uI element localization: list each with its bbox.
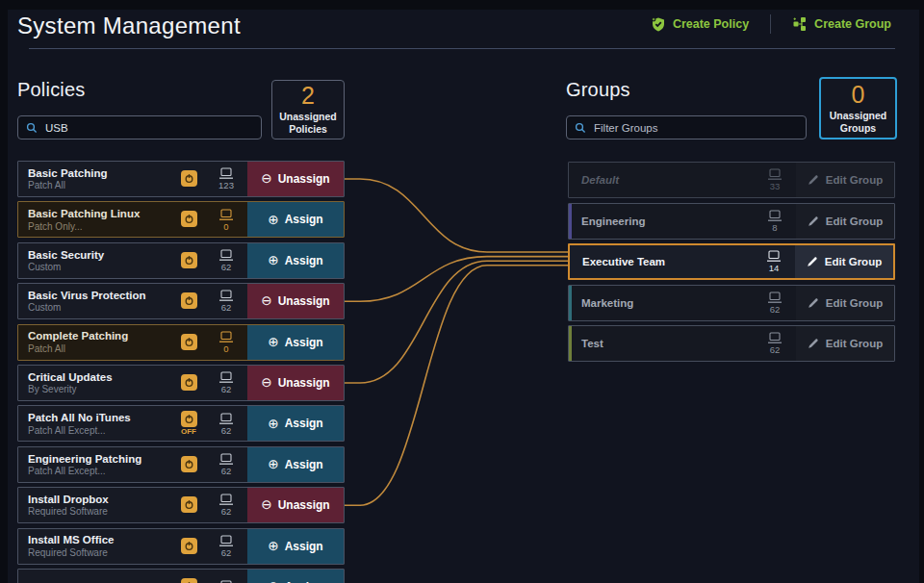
edit-group-label: Edit Group — [826, 297, 883, 309]
group-filter-input[interactable] — [592, 121, 798, 135]
group-color-stripe — [569, 204, 572, 239]
edit-group-button[interactable]: Edit Group — [796, 163, 894, 197]
group-device-count: 62 — [754, 286, 796, 320]
power-icon — [181, 170, 197, 187]
policy-device-count: 62 — [205, 488, 247, 522]
group-row[interactable]: Executive Team 14 Edit Group — [568, 243, 895, 280]
edit-group-label: Edit Group — [825, 256, 882, 267]
group-row[interactable]: Default 33 Edit Group — [568, 162, 895, 198]
group-row[interactable]: Marketing 62 Edit Group — [568, 285, 895, 321]
search-icon — [26, 122, 38, 134]
policy-info: Install Dropbox Required Software — [18, 488, 172, 522]
group-device-count: 62 — [754, 326, 796, 361]
policy-row: Basic Patching Linux Patch Only... 0 ⊕ A… — [17, 201, 345, 238]
laptop-icon — [218, 290, 234, 302]
device-count: 62 — [221, 467, 232, 476]
device-count: 0 — [223, 222, 228, 232]
policy-subtitle: Patch All Except... — [28, 425, 172, 437]
policy-title: Critical Updates — [28, 370, 172, 384]
policy-action-button[interactable]: ⊖ Unassign — [247, 284, 344, 318]
policy-info: Basic Patching Linux Patch Only... — [18, 202, 172, 237]
policy-off-badge — [172, 162, 205, 196]
policy-title: Complete Patching — [28, 329, 172, 342]
create-policy-button[interactable]: Create Policy — [645, 15, 755, 33]
device-count: 14 — [769, 264, 780, 273]
policy-device-count: 0 — [205, 325, 247, 360]
policy-title: Basic Virus Protection — [28, 289, 172, 302]
unassigned-policies-box[interactable]: 2 Unassigned Policies — [271, 80, 345, 139]
policy-title: Patch All No iTunes — [28, 411, 172, 424]
group-name: Executive Team — [570, 245, 753, 278]
power-icon — [181, 374, 197, 391]
policy-row: Install Slack ⊕ Assign — [17, 569, 345, 583]
assign-state-icon: ⊖ — [261, 498, 271, 512]
policy-info: Patch All No iTunes Patch All Except... — [18, 406, 172, 441]
policy-off-badge — [172, 284, 205, 318]
laptop-icon — [218, 167, 234, 180]
policy-list: Basic Patching Patch All 123 ⊖ Unassign … — [17, 161, 345, 583]
laptop-icon — [218, 453, 234, 466]
device-count: 62 — [221, 263, 232, 272]
assign-state-icon: ⊕ — [268, 214, 278, 227]
edit-group-label: Edit Group — [826, 215, 883, 227]
pencil-icon — [808, 338, 819, 349]
edit-group-button[interactable]: Edit Group — [796, 286, 894, 320]
policy-title: Basic Patching — [28, 166, 172, 180]
policy-action-label: Unassign — [278, 294, 330, 308]
assign-state-icon: ⊕ — [268, 336, 278, 349]
assign-state-icon: ⊕ — [268, 540, 278, 553]
policy-row: Basic Patching Patch All 123 ⊖ Unassign — [17, 161, 345, 197]
policy-row: Basic Security Custom 62 ⊕ Assign — [17, 242, 345, 279]
group-name: Engineering — [569, 204, 754, 239]
screen-edge-top — [0, 0, 924, 10]
policy-action-button[interactable]: ⊕ Assign — [247, 243, 344, 278]
policy-title: Basic Patching Linux — [28, 207, 172, 220]
policy-search-input[interactable] — [43, 121, 253, 135]
policy-title: Basic Security — [28, 248, 172, 262]
group-color-stripe — [569, 286, 572, 320]
unassigned-policies-count: 2 — [301, 84, 315, 108]
power-icon — [181, 456, 197, 472]
laptop-icon — [766, 250, 782, 263]
policy-action-button[interactable]: ⊕ Assign — [247, 447, 344, 482]
group-row[interactable]: Test 62 Edit Group — [568, 325, 895, 362]
edit-group-button[interactable]: Edit Group — [795, 245, 893, 278]
shield-check-icon — [651, 16, 666, 32]
assignment-connector — [345, 261, 568, 383]
policy-action-button[interactable]: ⊕ Assign — [247, 325, 344, 360]
policy-action-button[interactable]: ⊕ Assign — [247, 202, 344, 237]
policy-title: Install Dropbox — [28, 493, 172, 506]
policy-action-button[interactable]: ⊖ Unassign — [247, 488, 344, 522]
policy-action-button[interactable]: ⊖ Unassign — [247, 162, 344, 196]
group-device-count: 8 — [754, 204, 796, 239]
laptop-icon — [767, 292, 783, 304]
policy-row: Patch All No iTunes Patch All Except... … — [17, 405, 345, 442]
assign-state-icon: ⊖ — [261, 294, 271, 308]
assignment-connector — [345, 179, 568, 252]
policy-action-label: Unassign — [278, 376, 330, 390]
device-count: 62 — [770, 345, 781, 355]
policy-device-count: 62 — [205, 284, 247, 318]
create-group-button[interactable]: Create Group — [786, 15, 897, 33]
policy-action-button[interactable]: ⊕ Assign — [247, 529, 344, 564]
policy-off-badge — [172, 202, 205, 237]
policy-off-badge — [172, 447, 205, 482]
policy-action-button[interactable]: ⊖ Unassign — [247, 366, 344, 400]
policy-info: Install Slack — [18, 570, 172, 583]
policy-action-button[interactable]: ⊕ Assign — [247, 570, 344, 583]
device-count: 62 — [221, 303, 232, 313]
policy-subtitle: Patch Only... — [28, 221, 172, 233]
policy-action-label: Unassign — [278, 498, 330, 512]
policy-subtitle: Patch All — [28, 180, 172, 191]
power-icon — [181, 252, 197, 268]
policy-row: Basic Virus Protection Custom 62 ⊖ Unass… — [17, 283, 345, 319]
edit-group-label: Edit Group — [826, 338, 883, 349]
edit-group-button[interactable]: Edit Group — [796, 326, 894, 361]
edit-group-button[interactable]: Edit Group — [796, 204, 894, 239]
create-policy-label: Create Policy — [673, 17, 749, 31]
device-count: 0 — [223, 344, 228, 354]
policy-row: Install Dropbox Required Software 62 ⊖ U… — [17, 487, 345, 523]
policy-action-button[interactable]: ⊕ Assign — [247, 406, 344, 441]
group-row[interactable]: Engineering 8 Edit Group — [568, 203, 895, 240]
unassigned-groups-box[interactable]: 0 Unassigned Groups — [819, 77, 897, 139]
